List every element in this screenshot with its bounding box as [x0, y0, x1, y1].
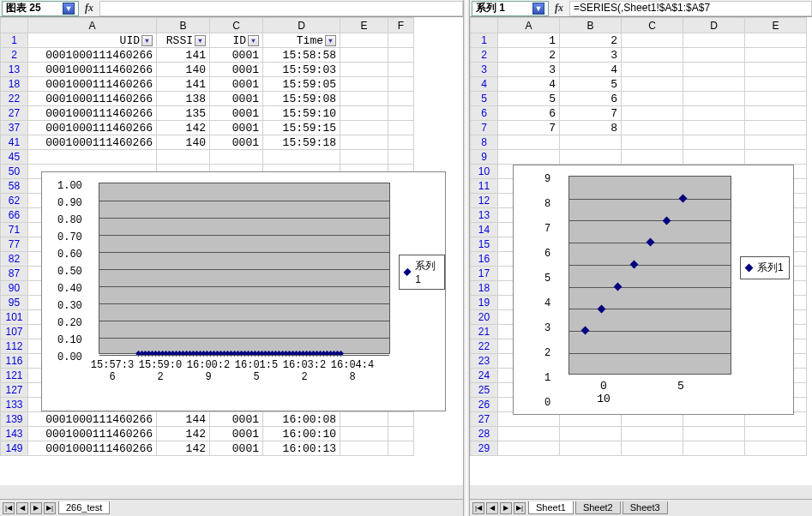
- col-header[interactable]: C: [622, 18, 683, 33]
- cell[interactable]: 0001000111460266: [28, 106, 157, 121]
- row-header[interactable]: 127: [1, 383, 28, 398]
- row-header[interactable]: 45: [1, 150, 28, 165]
- cell[interactable]: 15:59:10: [263, 106, 340, 121]
- row-header[interactable]: 23: [471, 354, 498, 369]
- chart-point[interactable]: [647, 238, 655, 247]
- cell[interactable]: 0001000111460266: [28, 427, 157, 441]
- row-header[interactable]: 24: [471, 369, 498, 383]
- cell[interactable]: 3: [560, 48, 622, 63]
- row-header[interactable]: 3: [471, 63, 498, 77]
- row-header[interactable]: 101: [1, 310, 28, 325]
- tab-nav-prev-icon[interactable]: ◀: [486, 502, 498, 514]
- cell[interactable]: 0001: [210, 427, 263, 441]
- row-header[interactable]: 12: [471, 194, 498, 208]
- row-header[interactable]: 27: [1, 106, 28, 121]
- header-cell[interactable]: Time▼: [263, 33, 340, 48]
- name-box[interactable]: 图表 25 ▼: [2, 1, 79, 16]
- cell[interactable]: 15:59:03: [263, 63, 340, 77]
- col-header[interactable]: A: [28, 18, 157, 33]
- chart-point[interactable]: [630, 261, 639, 269]
- row-header[interactable]: 1: [471, 33, 498, 48]
- row-header[interactable]: 143: [1, 427, 28, 441]
- cell[interactable]: 0001: [210, 412, 263, 427]
- cell[interactable]: 142: [157, 427, 210, 441]
- row-header[interactable]: 1: [1, 33, 28, 48]
- cell[interactable]: 141: [157, 77, 210, 92]
- row-header[interactable]: 82: [1, 252, 28, 267]
- row-header[interactable]: 133: [1, 398, 28, 412]
- col-header[interactable]: F: [388, 18, 414, 33]
- cell[interactable]: 15:59:08: [263, 92, 340, 106]
- chart-point[interactable]: [581, 327, 590, 335]
- cell[interactable]: 16:00:13: [263, 441, 340, 456]
- row-header[interactable]: 16: [471, 252, 498, 267]
- cell[interactable]: 7: [560, 106, 622, 121]
- cell[interactable]: 0001: [210, 63, 263, 77]
- cell[interactable]: 6: [498, 106, 560, 121]
- cell[interactable]: 0001000111460266: [28, 121, 157, 135]
- row-header[interactable]: 27: [471, 412, 498, 427]
- row-header[interactable]: 90: [1, 281, 28, 296]
- sheet-tab-266-test[interactable]: 266_test: [58, 501, 110, 514]
- left-grid[interactable]: ABCDEF1UID▼RSSI▼ID▼Time▼2000100011146026…: [0, 17, 463, 497]
- row-header[interactable]: 19: [471, 296, 498, 310]
- cell[interactable]: 0001: [210, 121, 263, 135]
- row-header[interactable]: 26: [471, 398, 498, 412]
- cell[interactable]: 140: [157, 63, 210, 77]
- cell[interactable]: 0001: [210, 77, 263, 92]
- cell[interactable]: 4: [498, 77, 560, 92]
- row-header[interactable]: 121: [1, 369, 28, 383]
- tab-nav-last-icon[interactable]: ▶|: [514, 502, 526, 514]
- row-header[interactable]: 107: [1, 325, 28, 339]
- row-header[interactable]: 17: [471, 267, 498, 281]
- cell[interactable]: 3: [498, 63, 560, 77]
- row-header[interactable]: 9: [471, 150, 498, 165]
- fx-icon[interactable]: fx: [79, 2, 99, 15]
- row-header[interactable]: 18: [1, 77, 28, 92]
- left-chart[interactable]: 1.000.900.800.700.600.500.400.300.200.10…: [41, 171, 446, 411]
- row-header[interactable]: 6: [471, 106, 498, 121]
- name-box-dropdown-icon[interactable]: ▼: [63, 3, 75, 15]
- chart-point[interactable]: [663, 216, 671, 225]
- row-header[interactable]: 15: [471, 237, 498, 252]
- tab-nav-prev-icon[interactable]: ◀: [16, 502, 28, 514]
- cell[interactable]: 0001: [210, 106, 263, 121]
- row-header[interactable]: 112: [1, 339, 28, 354]
- cell[interactable]: 135: [157, 106, 210, 121]
- row-header[interactable]: 37: [1, 121, 28, 135]
- tab-nav-first-icon[interactable]: |◀: [3, 502, 15, 514]
- name-box-right[interactable]: 系列 1 ▼: [472, 1, 549, 16]
- row-header[interactable]: 8: [471, 135, 498, 150]
- cell[interactable]: 0001: [210, 441, 263, 456]
- row-header[interactable]: 20: [471, 310, 498, 325]
- cell[interactable]: 142: [157, 441, 210, 456]
- cell[interactable]: 144: [157, 412, 210, 427]
- filter-icon[interactable]: ▼: [195, 35, 206, 46]
- filter-icon[interactable]: ▼: [325, 35, 336, 46]
- row-header[interactable]: 4: [471, 77, 498, 92]
- cell[interactable]: 141: [157, 48, 210, 63]
- tab-nav-next-icon[interactable]: ▶: [30, 502, 42, 514]
- col-header[interactable]: B: [157, 18, 210, 33]
- header-cell[interactable]: RSSI▼: [157, 33, 210, 48]
- cell[interactable]: 7: [498, 121, 560, 135]
- formula-input[interactable]: [99, 1, 463, 16]
- cell[interactable]: 0001000111460266: [28, 92, 157, 106]
- col-header[interactable]: B: [560, 18, 622, 33]
- row-header[interactable]: 22: [1, 92, 28, 106]
- col-header[interactable]: E: [340, 18, 388, 33]
- row-header[interactable]: 21: [471, 325, 498, 339]
- row-header[interactable]: 71: [1, 223, 28, 237]
- row-header[interactable]: 149: [1, 441, 28, 456]
- cell[interactable]: 15:59:18: [263, 135, 340, 150]
- cell[interactable]: 2: [498, 48, 560, 63]
- row-header[interactable]: 66: [1, 208, 28, 223]
- row-header[interactable]: 22: [471, 339, 498, 354]
- left-chart-legend[interactable]: 系列1: [399, 255, 445, 290]
- row-header[interactable]: 2: [1, 48, 28, 63]
- right-chart-legend[interactable]: 系列1: [740, 256, 790, 279]
- row-header[interactable]: 11: [471, 179, 498, 194]
- cell[interactable]: 6: [560, 92, 622, 106]
- row-header[interactable]: 25: [471, 383, 498, 398]
- row-header[interactable]: 50: [1, 165, 28, 179]
